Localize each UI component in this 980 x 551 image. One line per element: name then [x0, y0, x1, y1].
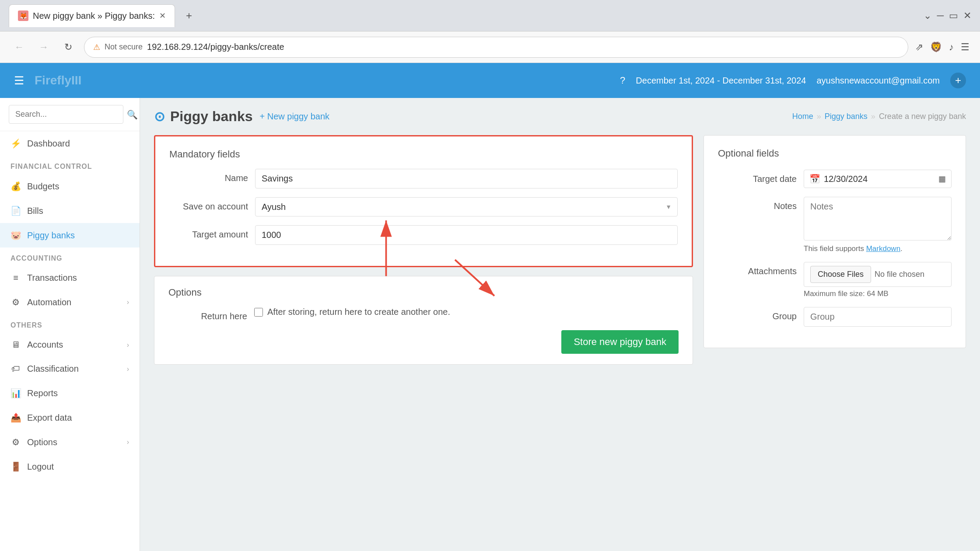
notes-textarea[interactable] [804, 197, 952, 241]
tab-close-button[interactable]: ✕ [159, 11, 166, 21]
top-navigation: ☰ FireflyIII ? December 1st, 2024 - Dece… [0, 63, 980, 98]
sidebar-item-label: Logout [27, 462, 129, 472]
name-control [255, 169, 678, 188]
target-date-label: Target date [718, 170, 797, 184]
sidebar-item-export-data[interactable]: 📤 Export data [0, 405, 140, 430]
sidebar-item-label: Reports [27, 388, 129, 398]
new-piggy-bank-link[interactable]: + New piggy bank [260, 112, 330, 122]
attachments-control: Choose Files No file chosen Maximum file… [804, 262, 952, 298]
target-amount-row: Target amount [169, 225, 678, 245]
user-email: ayushsnewaccount@gmail.com [816, 76, 940, 86]
dashboard-icon: ⚡ [10, 138, 21, 149]
sidebar-item-budgets[interactable]: 💰 Budgets [0, 174, 140, 199]
sidebar-search-container: 🔍 [0, 98, 140, 131]
active-tab[interactable]: 🦊 New piggy bank » Piggy banks: ✕ [9, 4, 175, 27]
return-here-checkbox[interactable] [254, 308, 263, 317]
reload-button[interactable]: ↻ [60, 38, 77, 56]
file-no-chosen-text: No file chosen [875, 270, 924, 279]
tab-favicon: 🦊 [18, 10, 28, 21]
optional-fields-title: Optional fields [718, 148, 952, 159]
return-here-text: After storing, return here to create ano… [267, 307, 450, 317]
date-input-wrapper: 📅 ▦ [804, 170, 952, 188]
markdown-link[interactable]: Markdown [866, 244, 900, 253]
breadcrumb-separator: » [817, 112, 821, 121]
left-column: Mandatory fields Name Save on account [154, 135, 693, 365]
share-icon[interactable]: ⇗ [915, 42, 923, 53]
save-on-account-select[interactable]: Ayush [255, 197, 678, 216]
url-text: 192.168.29.124/piggy-banks/create [147, 42, 899, 52]
others-section: OTHERS [0, 314, 140, 333]
hamburger-menu[interactable]: ☰ [14, 74, 24, 87]
sidebar-item-label: Transactions [27, 273, 129, 283]
store-piggy-bank-button[interactable]: Store new piggy bank [561, 330, 679, 354]
return-here-checkbox-label[interactable]: After storing, return here to create ano… [254, 307, 679, 317]
sidebar-item-reports[interactable]: 📊 Reports [0, 381, 140, 405]
target-amount-input[interactable] [255, 225, 678, 245]
menu-icon[interactable]: ☰ [961, 42, 970, 53]
breadcrumb-home[interactable]: Home [792, 112, 813, 121]
main-layout: 🔍 ⚡ Dashboard FINANCIAL CONTROL 💰 Budget… [0, 98, 980, 551]
chevron-right-icon: › [127, 341, 129, 349]
media-icon[interactable]: ♪ [949, 42, 954, 53]
new-tab-button[interactable]: + [180, 7, 198, 24]
sidebar-item-automation[interactable]: ⚙ Automation › [0, 290, 140, 314]
minimize-button[interactable]: ⌄ [924, 10, 931, 21]
sidebar-item-logout[interactable]: 🚪 Logout [0, 454, 140, 479]
file-max-size-text: Maximum file size: 64 MB [804, 289, 952, 298]
notes-row: Notes This field supports Markdown. [718, 197, 952, 253]
security-warning-icon: ⚠ [93, 42, 100, 52]
sidebar-item-label: Options [27, 437, 121, 447]
content-area: ⊙ Piggy banks + New piggy bank Home » Pi… [140, 98, 980, 551]
sidebar-item-classification[interactable]: 🏷 Classification › [0, 357, 140, 381]
maximize-button[interactable]: ─ [937, 10, 944, 21]
chevron-right-icon: › [127, 365, 129, 373]
breadcrumb-piggy-banks[interactable]: Piggy banks [825, 112, 868, 121]
automation-icon: ⚙ [10, 297, 21, 307]
sidebar-item-label: Automation [27, 297, 121, 307]
sidebar-item-label: Piggy banks [27, 230, 129, 241]
group-input[interactable] [804, 307, 952, 327]
search-icon: 🔍 [127, 109, 138, 120]
brave-shield-icon[interactable]: 🦁 [930, 42, 942, 53]
group-row: Group [718, 307, 952, 327]
sidebar-item-options[interactable]: ⚙ Options › [0, 430, 140, 454]
piggy-bank-title-icon: ⊙ [154, 109, 165, 124]
add-icon[interactable]: + [950, 73, 966, 88]
sidebar-item-label: Dashboard [27, 139, 129, 149]
sidebar-item-dashboard[interactable]: ⚡ Dashboard [0, 131, 140, 156]
date-range: December 1st, 2024 - December 31st, 2024 [636, 76, 806, 86]
sidebar-item-bills[interactable]: 📄 Bills [0, 199, 140, 223]
help-icon[interactable]: ? [620, 75, 625, 86]
search-input[interactable] [9, 105, 123, 124]
classification-icon: 🏷 [10, 364, 21, 374]
sidebar-item-accounts[interactable]: 🖥 Accounts › [0, 333, 140, 357]
chevron-right-icon: › [127, 298, 129, 306]
close-window-button[interactable]: ✕ [963, 10, 971, 21]
sidebar-item-piggy-banks[interactable]: 🐷 Piggy banks [0, 223, 140, 248]
export-icon: 📤 [10, 412, 21, 423]
breadcrumb-current: Create a new piggy bank [879, 112, 966, 121]
forward-button[interactable]: → [35, 38, 52, 56]
restore-button[interactable]: ▭ [949, 10, 958, 21]
brand-logo: FireflyIII [35, 73, 81, 87]
name-input[interactable] [255, 169, 678, 188]
address-bar[interactable]: ⚠ Not secure 192.168.29.124/piggy-banks/… [84, 37, 908, 58]
name-field-row: Name [169, 169, 678, 188]
right-column: Optional fields Target date 📅 ▦ [704, 135, 966, 365]
attachments-row: Attachments Choose Files No file chosen … [718, 262, 952, 298]
group-control [804, 307, 952, 327]
two-column-layout: Mandatory fields Name Save on account [154, 135, 966, 365]
chevron-right-icon: › [127, 438, 129, 446]
name-label: Name [169, 169, 248, 183]
page-title: ⊙ Piggy banks [154, 108, 253, 125]
sidebar-item-transactions[interactable]: ≡ Transactions [0, 266, 140, 290]
choose-files-button[interactable]: Choose Files [810, 266, 871, 283]
calendar-picker-icon[interactable]: ▦ [938, 174, 946, 184]
window-controls: ⌄ ─ ▭ ✕ [924, 10, 971, 21]
file-input-wrapper: Choose Files No file chosen [804, 262, 952, 287]
breadcrumb: Home » Piggy banks » Create a new piggy … [792, 112, 966, 121]
target-date-input[interactable] [824, 174, 935, 184]
mandatory-fields-card: Mandatory fields Name Save on account [154, 135, 693, 267]
back-button[interactable]: ← [10, 38, 28, 56]
accounting-section: ACCOUNTING [0, 248, 140, 266]
